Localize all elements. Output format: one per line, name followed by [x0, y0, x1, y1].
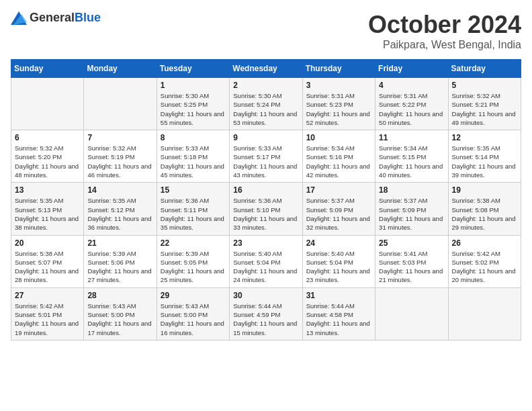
day-detail: Sunrise: 5:43 AMSunset: 5:00 PMDaylight:…	[161, 302, 226, 337]
day-detail: Sunrise: 5:30 AMSunset: 5:24 PMDaylight:…	[233, 91, 298, 127]
day-cell: 16Sunrise: 5:36 AMSunset: 5:10 PMDayligh…	[230, 183, 302, 235]
calendar-header: SundayMondayTuesdayWednesdayThursdayFrid…	[11, 60, 521, 78]
day-detail: Sunrise: 5:39 AMSunset: 5:05 PMDaylight:…	[161, 249, 226, 285]
week-row-4: 20Sunrise: 5:38 AMSunset: 5:07 PMDayligh…	[11, 235, 521, 287]
header-cell-thursday: Thursday	[302, 60, 375, 78]
day-cell: 3Sunrise: 5:31 AMSunset: 5:23 PMDaylight…	[302, 78, 375, 130]
day-cell: 13Sunrise: 5:35 AMSunset: 5:13 PMDayligh…	[11, 183, 84, 235]
title-month: October 2024	[368, 11, 521, 39]
day-number: 30	[233, 291, 298, 300]
day-detail: Sunrise: 5:44 AMSunset: 4:59 PMDaylight:…	[233, 302, 298, 337]
day-detail: Sunrise: 5:41 AMSunset: 5:03 PMDaylight:…	[379, 249, 444, 285]
week-row-3: 13Sunrise: 5:35 AMSunset: 5:13 PMDayligh…	[11, 183, 521, 235]
header-cell-tuesday: Tuesday	[157, 60, 229, 78]
day-cell: 5Sunrise: 5:32 AMSunset: 5:21 PMDaylight…	[448, 78, 521, 130]
day-cell: 29Sunrise: 5:43 AMSunset: 5:00 PMDayligh…	[157, 287, 229, 340]
day-number: 3	[306, 81, 371, 90]
day-number: 25	[379, 238, 444, 248]
day-cell: 22Sunrise: 5:39 AMSunset: 5:05 PMDayligh…	[157, 235, 229, 287]
logo: GeneralBlue	[11, 11, 101, 25]
day-detail: Sunrise: 5:42 AMSunset: 5:02 PMDaylight:…	[452, 249, 517, 285]
day-cell: 2Sunrise: 5:30 AMSunset: 5:24 PMDaylight…	[230, 78, 302, 130]
day-cell	[375, 287, 448, 340]
day-detail: Sunrise: 5:34 AMSunset: 5:16 PMDaylight:…	[306, 144, 371, 179]
page-header: GeneralBlue October 2024 Paikpara, West …	[11, 11, 521, 51]
day-detail: Sunrise: 5:32 AMSunset: 5:21 PMDaylight:…	[452, 91, 517, 127]
day-number: 29	[161, 291, 226, 300]
day-detail: Sunrise: 5:43 AMSunset: 5:00 PMDaylight:…	[87, 302, 152, 337]
day-cell: 24Sunrise: 5:40 AMSunset: 5:04 PMDayligh…	[302, 235, 375, 287]
day-cell: 14Sunrise: 5:35 AMSunset: 5:12 PMDayligh…	[84, 183, 157, 235]
day-cell	[11, 78, 84, 130]
calendar-body: 1Sunrise: 5:30 AMSunset: 5:25 PMDaylight…	[11, 78, 521, 340]
day-number: 15	[161, 185, 226, 195]
title-location: Paikpara, West Bengal, India	[368, 39, 521, 51]
day-number: 14	[87, 185, 152, 195]
day-detail: Sunrise: 5:33 AMSunset: 5:18 PMDaylight:…	[161, 144, 226, 179]
day-number: 23	[233, 238, 298, 248]
day-detail: Sunrise: 5:40 AMSunset: 5:04 PMDaylight:…	[306, 249, 371, 285]
day-cell: 12Sunrise: 5:35 AMSunset: 5:14 PMDayligh…	[448, 130, 521, 183]
day-cell: 25Sunrise: 5:41 AMSunset: 5:03 PMDayligh…	[375, 235, 448, 287]
day-cell: 26Sunrise: 5:42 AMSunset: 5:02 PMDayligh…	[448, 235, 521, 287]
day-number: 4	[379, 81, 444, 90]
logo-general: General	[30, 11, 75, 24]
day-detail: Sunrise: 5:42 AMSunset: 5:01 PMDaylight:…	[15, 302, 80, 337]
day-cell: 31Sunrise: 5:44 AMSunset: 4:58 PMDayligh…	[302, 287, 375, 340]
day-cell: 23Sunrise: 5:40 AMSunset: 5:04 PMDayligh…	[230, 235, 302, 287]
day-cell: 30Sunrise: 5:44 AMSunset: 4:59 PMDayligh…	[230, 287, 302, 340]
day-detail: Sunrise: 5:37 AMSunset: 5:09 PMDaylight:…	[306, 196, 371, 232]
day-detail: Sunrise: 5:33 AMSunset: 5:17 PMDaylight:…	[233, 144, 298, 179]
day-number: 27	[15, 291, 80, 300]
week-row-2: 6Sunrise: 5:32 AMSunset: 5:20 PMDaylight…	[11, 130, 521, 183]
day-number: 11	[379, 133, 444, 142]
day-number: 22	[161, 238, 226, 248]
day-number: 28	[87, 291, 152, 300]
header-cell-monday: Monday	[84, 60, 157, 78]
logo-blue: Blue	[75, 11, 101, 24]
day-detail: Sunrise: 5:44 AMSunset: 4:58 PMDaylight:…	[306, 302, 371, 337]
day-cell: 21Sunrise: 5:39 AMSunset: 5:06 PMDayligh…	[84, 235, 157, 287]
day-cell: 19Sunrise: 5:38 AMSunset: 5:08 PMDayligh…	[448, 183, 521, 235]
header-cell-friday: Friday	[375, 60, 448, 78]
day-detail: Sunrise: 5:40 AMSunset: 5:04 PMDaylight:…	[233, 249, 298, 285]
day-detail: Sunrise: 5:31 AMSunset: 5:23 PMDaylight:…	[306, 91, 371, 127]
day-number: 2	[233, 81, 298, 90]
logo-icon	[11, 11, 27, 25]
day-number: 5	[452, 81, 517, 90]
day-detail: Sunrise: 5:31 AMSunset: 5:22 PMDaylight:…	[379, 91, 444, 127]
day-number: 8	[161, 133, 226, 142]
day-number: 6	[15, 133, 80, 142]
day-detail: Sunrise: 5:35 AMSunset: 5:13 PMDaylight:…	[15, 196, 80, 232]
week-row-1: 1Sunrise: 5:30 AMSunset: 5:25 PMDaylight…	[11, 78, 521, 130]
week-row-5: 27Sunrise: 5:42 AMSunset: 5:01 PMDayligh…	[11, 287, 521, 340]
day-detail: Sunrise: 5:39 AMSunset: 5:06 PMDaylight:…	[87, 249, 152, 285]
day-number: 16	[233, 185, 298, 195]
day-cell: 15Sunrise: 5:36 AMSunset: 5:11 PMDayligh…	[157, 183, 229, 235]
day-cell: 28Sunrise: 5:43 AMSunset: 5:00 PMDayligh…	[84, 287, 157, 340]
header-row: SundayMondayTuesdayWednesdayThursdayFrid…	[11, 60, 521, 78]
title-block: October 2024 Paikpara, West Bengal, Indi…	[368, 11, 521, 51]
day-number: 24	[306, 238, 371, 248]
day-detail: Sunrise: 5:35 AMSunset: 5:12 PMDaylight:…	[87, 196, 152, 232]
day-cell: 9Sunrise: 5:33 AMSunset: 5:17 PMDaylight…	[230, 130, 302, 183]
day-detail: Sunrise: 5:36 AMSunset: 5:10 PMDaylight:…	[233, 196, 298, 232]
day-cell: 6Sunrise: 5:32 AMSunset: 5:20 PMDaylight…	[11, 130, 84, 183]
day-cell: 11Sunrise: 5:34 AMSunset: 5:15 PMDayligh…	[375, 130, 448, 183]
header-cell-wednesday: Wednesday	[230, 60, 302, 78]
day-number: 12	[452, 133, 517, 142]
day-number: 9	[233, 133, 298, 142]
day-cell	[84, 78, 157, 130]
day-number: 7	[87, 133, 152, 142]
day-number: 21	[87, 238, 152, 248]
day-cell: 10Sunrise: 5:34 AMSunset: 5:16 PMDayligh…	[302, 130, 375, 183]
day-cell: 18Sunrise: 5:37 AMSunset: 5:09 PMDayligh…	[375, 183, 448, 235]
day-cell	[448, 287, 521, 340]
day-cell: 7Sunrise: 5:32 AMSunset: 5:19 PMDaylight…	[84, 130, 157, 183]
day-detail: Sunrise: 5:35 AMSunset: 5:14 PMDaylight:…	[452, 144, 517, 179]
day-detail: Sunrise: 5:32 AMSunset: 5:20 PMDaylight:…	[15, 144, 80, 179]
day-cell: 8Sunrise: 5:33 AMSunset: 5:18 PMDaylight…	[157, 130, 229, 183]
day-number: 26	[452, 238, 517, 248]
day-cell: 27Sunrise: 5:42 AMSunset: 5:01 PMDayligh…	[11, 287, 84, 340]
day-number: 19	[452, 185, 517, 195]
